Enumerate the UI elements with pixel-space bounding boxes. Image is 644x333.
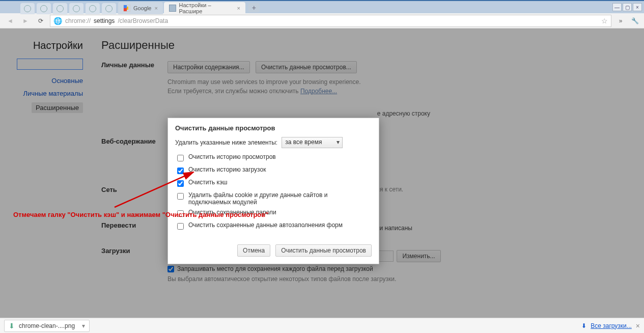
sidebar-item-personal[interactable]: Личные материалы: [23, 90, 83, 97]
window-controls: — ▢ ×: [612, 3, 642, 11]
tab-google[interactable]: Google ×: [118, 2, 163, 14]
cancel-button[interactable]: Отмена: [237, 244, 270, 257]
section-privacy: Личные данные Настройки содержания... Оч…: [101, 61, 632, 117]
opt-autofill[interactable]: Очистить сохраненные данные автозаполнен…: [175, 221, 372, 231]
wrench-menu-icon[interactable]: 🔧: [630, 15, 640, 26]
clear-browsing-data-dialog: Очистить данные просмотров Удалить указа…: [167, 118, 379, 264]
omnibox-suggest-fragment: е адресную строку: [377, 110, 430, 117]
tab-placeholder-4[interactable]: [69, 3, 83, 14]
privacy-note-line1: Chromium may use web services to improve…: [167, 78, 360, 86]
globe-icon: [89, 5, 96, 12]
privacy-note: Chromium may use web services to improve…: [167, 77, 632, 96]
tab-placeholder-6[interactable]: [102, 3, 116, 14]
dialog-options: Очистить историю просмотров Очистить ист…: [175, 153, 372, 231]
forward-button[interactable]: ►: [19, 15, 32, 26]
sidebar-item-advanced[interactable]: Расширенные: [32, 102, 83, 113]
learn-more-link[interactable]: Подробнее...: [300, 88, 337, 95]
opt-history-checkbox[interactable]: [177, 155, 184, 161]
clear-browsing-data-button[interactable]: Очистить данные просмотров...: [256, 61, 357, 73]
bookmark-star-icon[interactable]: ☆: [601, 17, 608, 25]
autoopen-note: Вы выбрали автоматическое открытие некот…: [167, 275, 632, 283]
page-title: Расширенные: [101, 39, 632, 52]
globe-icon: [105, 5, 113, 12]
search-settings-input[interactable]: [17, 59, 83, 70]
opt-cache[interactable]: Очистить кэш: [175, 179, 372, 188]
url-scheme: chrome://: [65, 17, 91, 24]
dialog-title: Очистить данные просмотров: [168, 118, 379, 137]
globe-icon: [57, 5, 64, 12]
opt-history[interactable]: Очистить историю просмотров: [175, 153, 372, 163]
globe-icon: [24, 5, 31, 12]
google-favicon-icon: [123, 5, 130, 12]
close-button[interactable]: ×: [633, 3, 642, 11]
section-label-downloads: Загрузки: [101, 247, 167, 283]
opt-downloads-label: Очистить историю загрузок: [188, 166, 266, 173]
tab-placeholder-3[interactable]: [53, 3, 67, 14]
new-tab-button[interactable]: +: [248, 3, 260, 12]
sidebar-tabs: Основные Личные материалы Расширенные: [6, 77, 83, 113]
download-file-icon: ⬇: [9, 322, 15, 330]
extensions-overflow-icon[interactable]: »: [614, 15, 627, 26]
minimize-button[interactable]: —: [612, 3, 622, 11]
content-settings-button[interactable]: Настройки содержания...: [167, 61, 250, 73]
delete-items-label: Удалить указанные ниже элементы:: [175, 139, 277, 146]
annotation-text: Отмечаем галку "Очистить кэш" и нажимаем…: [13, 211, 380, 218]
all-downloads-link[interactable]: Все загрузки...: [591, 322, 632, 329]
settings-sidebar: Настройки Основные Личные материалы Расш…: [0, 29, 89, 318]
toolbar: ◄ ► ⟳ 🌐 chrome://settings/clearBrowserDa…: [0, 13, 644, 29]
tab-label: Настройки – Расшире: [179, 2, 234, 14]
back-button[interactable]: ◄: [4, 15, 16, 26]
opt-cookies-label: Удалить файлы cookie и другие данные сай…: [188, 191, 372, 206]
downloads-bar: ⬇ chrome-clean-....png ▾ ⬇ Все загрузки.…: [0, 318, 644, 333]
tab-placeholder-5[interactable]: [86, 3, 100, 14]
tab-placeholder-2[interactable]: [37, 3, 51, 14]
section-label-privacy: Личные данные: [101, 61, 167, 117]
url-path: /clearBrowserData: [118, 17, 168, 24]
opt-cookies[interactable]: Удалить файлы cookie и другие данные сай…: [175, 191, 372, 206]
change-download-location-button[interactable]: Изменить...: [397, 250, 440, 262]
section-label-network: Сеть: [101, 186, 167, 209]
ask-before-download-checkbox[interactable]: [167, 266, 174, 272]
tab-close-icon[interactable]: ×: [237, 5, 240, 11]
sidebar-title: Настройки: [6, 40, 83, 51]
opt-cookies-checkbox[interactable]: [177, 193, 184, 200]
maximize-button[interactable]: ▢: [623, 3, 632, 11]
tab-close-icon[interactable]: ×: [154, 5, 157, 11]
opt-autofill-checkbox[interactable]: [177, 223, 184, 230]
download-item[interactable]: ⬇ chrome-clean-....png ▾: [4, 320, 90, 332]
sidebar-item-basic[interactable]: Основные: [51, 77, 83, 85]
clear-data-confirm-button[interactable]: Очистить данные просмотров: [275, 244, 372, 257]
globe-icon: [40, 5, 47, 12]
all-downloads-icon: ⬇: [581, 322, 586, 329]
reload-button[interactable]: ⟳: [35, 15, 47, 26]
opt-downloads[interactable]: Очистить историю загрузок: [175, 166, 372, 176]
section-label-webcontent: Веб-содержание: [101, 137, 167, 174]
omnibox-suggest-row-fragment: е адресную строку: [167, 110, 432, 117]
opt-cache-checkbox[interactable]: [177, 180, 184, 187]
tab-settings[interactable]: Настройки – Расшире ×: [164, 2, 245, 14]
tab-label: Google: [133, 5, 151, 11]
opt-autofill-label: Очистить сохраненные данные автозаполнен…: [188, 221, 343, 229]
chevron-down-icon[interactable]: ▾: [82, 322, 85, 329]
download-filename: chrome-clean-....png: [19, 322, 75, 329]
ask-before-download-row[interactable]: Запрашивать место для сохранения каждого…: [167, 265, 632, 272]
opt-downloads-checkbox[interactable]: [177, 168, 184, 174]
tabstrip: Google × Настройки – Расшире × +: [0, 1, 260, 14]
time-range-select[interactable]: за все время: [282, 137, 343, 148]
content-area: Настройки Основные Личные материалы Расш…: [0, 29, 644, 318]
omnibox[interactable]: 🌐 chrome://settings/clearBrowserData ☆: [50, 15, 611, 27]
privacy-note-line2: Если требуется, эти службы можно отключи…: [167, 88, 300, 95]
extension-favicon-icon: [169, 5, 176, 12]
section-label-translate: Перевести: [101, 221, 167, 235]
downloads-bar-close-icon[interactable]: ×: [636, 322, 640, 330]
opt-history-label: Очистить историю просмотров: [188, 153, 276, 160]
globe-icon: [73, 5, 80, 12]
tab-placeholder-1[interactable]: [20, 3, 35, 14]
url-host: settings: [94, 17, 115, 24]
titlebar: Google × Настройки – Расшире × + — ▢ ×: [0, 0, 644, 13]
opt-cache-label: Очистить кэш: [188, 179, 228, 186]
site-info-icon[interactable]: 🌐: [53, 17, 62, 25]
ask-before-download-label: Запрашивать место для сохранения каждого…: [177, 265, 373, 272]
time-range-value: за все время: [285, 138, 322, 146]
